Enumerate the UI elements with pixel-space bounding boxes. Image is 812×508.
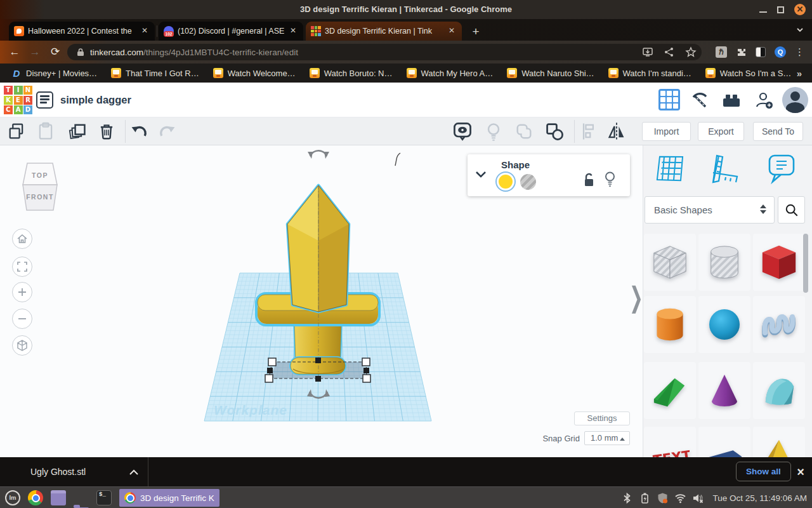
- tab-close-icon[interactable]: ✕: [140, 26, 150, 36]
- url-field[interactable]: tinkercad.com/things/4pJd1MBTU4C-terrifi…: [67, 44, 702, 60]
- home-view-button[interactable]: [12, 229, 32, 249]
- shape-roof[interactable]: [644, 362, 696, 419]
- workplane-tool-icon[interactable]: [654, 152, 686, 185]
- share-icon[interactable]: [664, 46, 675, 58]
- shape-text[interactable]: TEXT: [644, 427, 696, 457]
- undo-icon[interactable]: [129, 121, 149, 142]
- align-icon[interactable]: [579, 121, 599, 142]
- ungroup-icon[interactable]: [544, 121, 565, 142]
- dashboard-grid-button[interactable]: [658, 89, 680, 110]
- taskbar-clock[interactable]: Tue Oct 25, 11:49:06 AM: [712, 493, 807, 503]
- reload-button[interactable]: ⟳: [47, 44, 63, 60]
- install-app-icon[interactable]: [642, 46, 653, 58]
- hide-bulb-icon[interactable]: [604, 171, 616, 187]
- taskbar-chrome-icon[interactable]: [28, 490, 43, 505]
- new-tab-button[interactable]: +: [468, 25, 483, 40]
- solid-color-swatch[interactable]: [495, 171, 516, 192]
- tinkercad-logo[interactable]: TIN KER CAD: [4, 86, 32, 114]
- design-menu-icon[interactable]: [36, 91, 53, 109]
- import-button[interactable]: Import: [642, 122, 691, 141]
- group-icon[interactable]: [514, 121, 534, 142]
- shape-cylinder[interactable]: [644, 296, 696, 353]
- sidebar-scrollbar[interactable]: [803, 234, 808, 293]
- dagger-handle[interactable]: [294, 321, 341, 361]
- wifi-icon[interactable]: [674, 492, 686, 504]
- profile-avatar[interactable]: [782, 87, 808, 113]
- extensions-puzzle-icon[interactable]: [736, 47, 747, 58]
- rotate-handle-top[interactable]: [308, 150, 329, 159]
- duplicate-icon[interactable]: [67, 121, 88, 142]
- bookmark-so-im-a[interactable]: Watch So I'm a S…: [705, 68, 792, 78]
- shape-box[interactable]: [753, 234, 805, 291]
- shape-cylinder-hole[interactable]: [698, 234, 750, 291]
- chrome-menu-icon[interactable]: ⋮: [795, 46, 804, 58]
- bookmarks-overflow-icon[interactable]: »: [797, 68, 802, 79]
- tab-close-icon[interactable]: ✕: [288, 26, 298, 36]
- taskbar-window-button[interactable]: 3D design Terrific Kiera…: [119, 489, 219, 507]
- download-options-chevron-icon[interactable]: [129, 469, 139, 476]
- shape-cone[interactable]: [698, 362, 750, 419]
- hole-swatch[interactable]: [520, 174, 536, 190]
- terminal-button[interactable]: $_: [96, 490, 112, 505]
- shape-pyramid[interactable]: [753, 427, 805, 457]
- snap-grid-dropdown[interactable]: 1.0 mm: [584, 431, 630, 445]
- redo-icon[interactable]: [157, 121, 178, 142]
- send-to-button[interactable]: Send To: [753, 122, 803, 141]
- extension-darkreader-icon[interactable]: [756, 47, 766, 57]
- extension-q-icon[interactable]: Q: [775, 46, 786, 58]
- update-shield-icon[interactable]: [657, 492, 669, 504]
- collapse-panel-chevron-icon[interactable]: [475, 171, 487, 178]
- mint-menu-button[interactable]: lm: [5, 490, 20, 505]
- tab-close-icon[interactable]: ✕: [447, 26, 457, 36]
- sidebar-collapse-handle[interactable]: ❯: [629, 281, 643, 314]
- view-cube-front-label[interactable]: FRONT: [26, 193, 54, 201]
- notes-tool-icon[interactable]: [766, 153, 797, 185]
- browser-tab-discord[interactable]: 102 (102) Discord | #general | ASE ✕: [159, 22, 303, 41]
- shape-search-button[interactable]: [778, 196, 805, 224]
- zoom-in-button[interactable]: [12, 282, 32, 302]
- shape-round-roof[interactable]: [753, 362, 805, 419]
- volume-muted-icon[interactable]: [692, 492, 704, 504]
- downloaded-file[interactable]: Ugly Ghost.stl: [30, 457, 86, 486]
- settings-button[interactable]: Settings: [574, 411, 630, 425]
- window-minimize-button[interactable]: [759, 11, 767, 13]
- shape-category-select[interactable]: Basic Shapes: [645, 196, 775, 224]
- 3d-viewport[interactable]: Workplane: [0, 145, 643, 457]
- window-maximize-button[interactable]: [777, 6, 784, 13]
- window-close-button[interactable]: ✕: [794, 4, 806, 15]
- forward-button[interactable]: →: [27, 44, 43, 60]
- bookmark-welcome[interactable]: Watch Welcome…: [213, 68, 296, 78]
- browser-tab-halloween[interactable]: Halloween 2022 | Contest the ✕: [9, 22, 155, 41]
- back-button[interactable]: ←: [6, 44, 23, 60]
- bookmark-my-hero[interactable]: Watch My Hero A…: [407, 68, 494, 78]
- invite-person-icon[interactable]: [754, 90, 775, 110]
- light-icon[interactable]: [483, 121, 504, 142]
- bookmark-star-icon[interactable]: [685, 46, 697, 58]
- perspective-toggle-button[interactable]: [12, 335, 32, 356]
- zoom-out-button[interactable]: [12, 309, 32, 329]
- design-title[interactable]: simple dagger: [60, 83, 131, 117]
- bookmark-boruto[interactable]: Watch Boruto: N…: [310, 68, 393, 78]
- shape-scribble[interactable]: [753, 296, 805, 353]
- bookmark-naruto[interactable]: Watch Naruto Shi…: [507, 68, 594, 78]
- lego-brick-icon[interactable]: [721, 90, 742, 110]
- delete-icon[interactable]: [96, 121, 117, 142]
- mirror-icon[interactable]: [606, 121, 627, 142]
- ruler-tool-icon[interactable]: [709, 153, 740, 185]
- view-cube-top-label[interactable]: TOP: [32, 171, 48, 179]
- bookmark-that-time[interactable]: That Time I Got R…: [111, 68, 199, 78]
- bookmark-im-standing[interactable]: Watch I'm standi…: [608, 68, 691, 78]
- unlock-icon[interactable]: [582, 173, 595, 187]
- show-desktop-button[interactable]: [51, 490, 66, 505]
- copy-icon[interactable]: [6, 121, 27, 142]
- shape-sphere[interactable]: [698, 296, 750, 353]
- paste-icon[interactable]: [36, 121, 56, 142]
- shelf-close-icon[interactable]: ×: [794, 462, 807, 481]
- fit-view-button[interactable]: [12, 257, 32, 277]
- shape-box-hole[interactable]: [644, 234, 696, 291]
- show-hide-icon[interactable]: [452, 121, 473, 142]
- bookmark-disney[interactable]: DDisney+ | Movies…: [11, 68, 97, 79]
- extension-hbar-icon[interactable]: ℏ: [716, 46, 727, 58]
- view-cube[interactable]: TOP FRONT: [19, 161, 61, 214]
- show-all-downloads-button[interactable]: Show all: [736, 462, 791, 481]
